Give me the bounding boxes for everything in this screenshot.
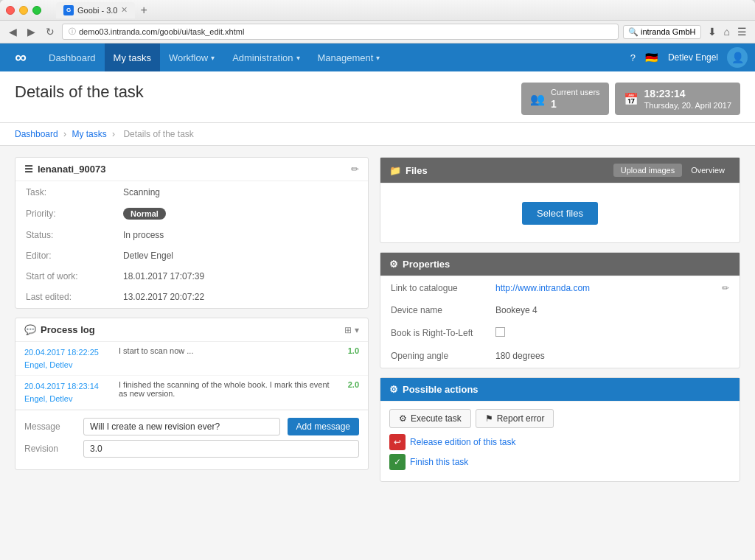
task-value-task: Scanning: [114, 183, 366, 202]
breadcrumb: Dashboard › My tasks › Details of the ta…: [0, 123, 755, 146]
properties-icon: ⚙: [389, 259, 398, 270]
log-user-1: Engel, Detlev: [24, 359, 113, 371]
prop-edit-link[interactable]: ✏: [713, 278, 738, 298]
revision-label: Revision: [24, 444, 76, 454]
finish-link[interactable]: Finish this task: [410, 457, 468, 467]
process-log-icon: 💬: [24, 324, 36, 335]
help-button[interactable]: ?: [624, 48, 641, 68]
page-header-top: Details of the task 👥 Current users 1 📅: [15, 83, 740, 115]
release-icon-box: ↩: [389, 434, 406, 450]
actions-header: ⚙ Possible actions: [380, 378, 740, 402]
actions-icon: ⚙: [389, 384, 398, 395]
nav-logo: ∞: [7, 44, 34, 71]
home-icon[interactable]: ⌂: [722, 24, 732, 39]
nav-right: ? 🇩🇪 Detlev Engel 👤: [624, 47, 748, 68]
files-icon: 📁: [389, 165, 401, 176]
nav-item-management[interactable]: Management ▾: [309, 43, 389, 71]
log-ver-1: 1.0: [337, 346, 359, 355]
finish-icon-box: ✓: [389, 454, 406, 470]
log-entry-2: 20.04.2017 18:23:14 Engel, Detlev I fini…: [15, 376, 368, 410]
top-nav: ∞ Dashboard My tasks Workflow ▾ Administ…: [0, 43, 755, 71]
log-msg-2: I finished the scanning of the whole boo…: [119, 380, 331, 398]
properties-table: Link to catalogue http://www.intranda.co…: [380, 276, 740, 368]
task-label-editor: Editor:: [17, 246, 113, 265]
right-column: 📁 Files Upload images Overview Select fi…: [380, 157, 740, 482]
process-log-dropdown-icon[interactable]: ▾: [355, 325, 359, 335]
prop-label-angle: Opening angle: [382, 346, 485, 366]
link-edit-icon[interactable]: ✏: [722, 283, 729, 293]
nav-item-dashboard[interactable]: Dashboard: [40, 43, 105, 71]
task-row-edited: Last edited: 13.02.2017 20:07:22: [17, 287, 366, 307]
add-message-button[interactable]: Add message: [288, 418, 359, 435]
back-button[interactable]: ◀: [6, 24, 20, 39]
files-header-actions: Upload images Overview: [613, 164, 731, 177]
browser-tab-active[interactable]: G Goobi - 3.0 ✕: [56, 2, 135, 18]
process-log-grid-icon[interactable]: ⊞: [344, 325, 352, 335]
search-text: intranda GmbH: [641, 27, 696, 36]
breadcrumb-sep-2: ›: [112, 129, 115, 139]
message-row: Message Add message: [24, 418, 359, 435]
log-form-section: Message Add message Revision: [15, 410, 368, 469]
breadcrumb-dashboard[interactable]: Dashboard: [15, 129, 58, 139]
security-icon: ⓘ: [69, 27, 76, 37]
maximize-button[interactable]: [32, 6, 41, 15]
release-link[interactable]: Release edition of this task: [410, 437, 515, 447]
menu-icon[interactable]: ☰: [735, 24, 749, 39]
user-name[interactable]: Detlev Engel: [662, 48, 724, 67]
task-info-table: Task: Scanning Priority: Normal: [15, 181, 368, 308]
actions-title: ⚙ Possible actions: [389, 384, 479, 395]
nav-item-workflow[interactable]: Workflow ▾: [160, 43, 223, 71]
task-row-status: Status: In process: [17, 225, 366, 245]
rtl-checkbox[interactable]: [495, 327, 505, 337]
task-edit-icon[interactable]: ✏: [351, 164, 359, 175]
workflow-dropdown-icon: ▾: [211, 54, 215, 62]
prop-row-angle: Opening angle 180 degrees: [382, 346, 738, 366]
search-box[interactable]: 🔍 intranda GmbH: [623, 25, 701, 39]
files-header: 📁 Files Upload images Overview: [380, 158, 740, 183]
catalogue-link[interactable]: http://www.intranda.com: [495, 283, 590, 293]
revision-row: Revision: [24, 440, 359, 458]
minimize-button[interactable]: [19, 6, 28, 15]
download-icon[interactable]: ⬇: [706, 24, 719, 39]
properties-title: ⚙ Properties: [389, 259, 450, 270]
process-log-title: 💬 Process log: [24, 324, 95, 335]
address-bar[interactable]: ⓘ demo03.intranda.com/goobi/ui/task_edit…: [62, 24, 619, 40]
nav-item-mytasks[interactable]: My tasks: [105, 43, 160, 71]
select-files-button[interactable]: Select files: [522, 202, 598, 225]
report-error-button[interactable]: ⚑ Report error: [476, 409, 554, 428]
task-value-editor: Detlev Engel: [114, 246, 366, 265]
task-value-status: In process: [114, 225, 366, 245]
log-user-2: Engel, Detlev: [24, 393, 113, 405]
user-avatar[interactable]: 👤: [727, 47, 748, 68]
date-display: Thursday, 20. April 2017: [644, 101, 731, 110]
new-tab-button[interactable]: +: [136, 4, 150, 17]
nav-item-administration[interactable]: Administration ▾: [223, 43, 308, 71]
breadcrumb-mytasks[interactable]: My tasks: [72, 129, 106, 139]
task-row-priority: Priority: Normal: [17, 203, 366, 224]
revision-input[interactable]: [83, 440, 359, 458]
finish-action-row: ✓ Finish this task: [389, 454, 731, 470]
upload-images-button[interactable]: Upload images: [613, 164, 682, 177]
task-card: ☰ lenanati_90073 ✏ Task: Scanning: [15, 157, 369, 309]
overview-button[interactable]: Overview: [685, 164, 731, 177]
prop-value-angle: 180 degrees: [487, 346, 711, 366]
close-button[interactable]: [6, 6, 15, 15]
message-input[interactable]: [83, 418, 280, 435]
process-log-entries: 20.04.2017 18:22:25 Engel, Detlev I star…: [15, 342, 368, 410]
page-title: Details of the task: [15, 83, 144, 102]
traffic-lights: [6, 6, 41, 15]
tab-close-button[interactable]: ✕: [121, 5, 128, 15]
language-flag[interactable]: 🇩🇪: [644, 52, 659, 63]
actions-panel: ⚙ Possible actions ⚙ Execute task: [380, 377, 740, 482]
tab-favicon: G: [63, 5, 74, 15]
administration-dropdown-icon: ▾: [296, 54, 300, 62]
log-meta-1: 20.04.2017 18:22:25 Engel, Detlev: [24, 346, 113, 371]
users-icon: 👥: [530, 92, 545, 106]
url-text: demo03.intranda.com/goobi/ui/task_edit.x…: [79, 27, 244, 36]
execute-task-button[interactable]: ⚙ Execute task: [389, 409, 471, 428]
task-value-edited: 13.02.2017 20:07:22: [114, 287, 366, 307]
action-buttons-row: ⚙ Execute task ⚑ Report error: [389, 409, 731, 428]
forward-button[interactable]: ▶: [24, 24, 38, 39]
refresh-button[interactable]: ↻: [43, 24, 58, 39]
current-users-label: Current users: [551, 88, 600, 97]
